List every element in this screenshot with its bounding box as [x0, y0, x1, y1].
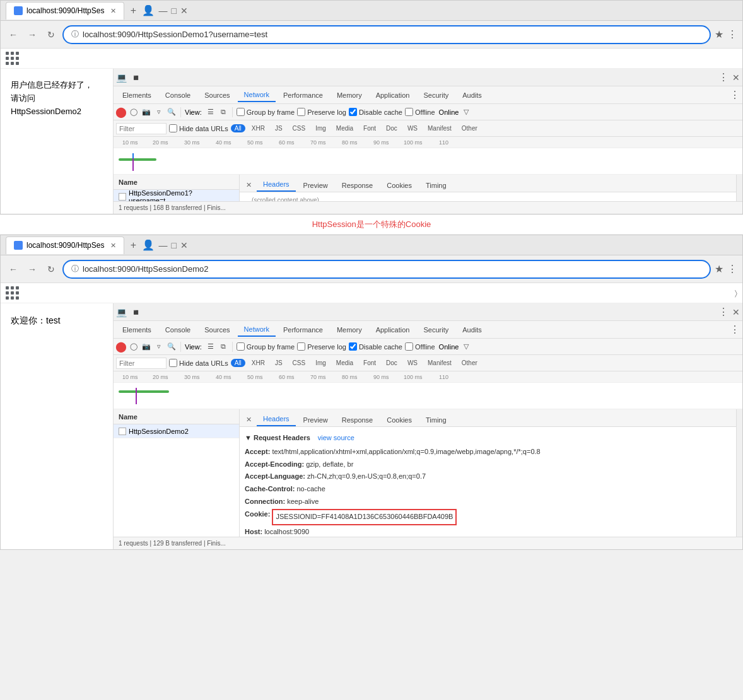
filter-media-1[interactable]: Media	[332, 124, 357, 132]
user-icon-2[interactable]: 👤	[142, 239, 155, 251]
offline-cb-1[interactable]: Offline	[405, 108, 435, 116]
headers-tab-response-2[interactable]: Response	[336, 414, 380, 426]
browser-tab-1[interactable]: localhost:9090/HttpSes ✕	[6, 2, 124, 20]
headers-tab-headers-1[interactable]: Headers	[257, 178, 296, 192]
preserve-log-cb-1[interactable]: Preserve log	[297, 108, 346, 116]
devtools-close-icon-2[interactable]: ✕	[732, 307, 740, 317]
filter-img-1[interactable]: Img	[312, 124, 330, 132]
refresh-btn-1[interactable]: ↻	[44, 27, 59, 42]
devtools-inspect-icon-1[interactable]: ◾	[131, 73, 141, 83]
filter-manifest-1[interactable]: Manifest	[424, 124, 455, 132]
headers-panel-close-1[interactable]: ✕	[242, 178, 255, 192]
back-btn-2[interactable]: ←	[6, 262, 21, 277]
network-item-2[interactable]: HttpSessionDemo2	[114, 424, 239, 438]
filter-media-2[interactable]: Media	[332, 359, 357, 367]
filter-font-2[interactable]: Font	[360, 359, 380, 367]
minimize-btn-1[interactable]: —	[158, 6, 167, 16]
filter-doc-1[interactable]: Doc	[382, 124, 401, 132]
view-list-icon-2[interactable]: ☰	[206, 342, 216, 352]
browser-tab-2[interactable]: localhost:9090/HttpSes ✕	[6, 236, 124, 254]
devtools-tabs-more-2[interactable]: ⋮	[730, 324, 740, 335]
clear-icon-2[interactable]: ◯	[129, 342, 139, 352]
group-by-frame-cb-2[interactable]: Group by frame	[237, 342, 295, 351]
filter-xhr-2[interactable]: XHR	[248, 359, 269, 367]
filter-doc-2[interactable]: Doc	[382, 359, 401, 367]
filter-js-1[interactable]: JS	[271, 124, 286, 132]
disable-cache-cb-2[interactable]: Disable cache	[349, 342, 402, 351]
tab-close-2[interactable]: ✕	[110, 242, 116, 250]
filter-font-1[interactable]: Font	[360, 124, 380, 132]
headers-tab-preview-2[interactable]: Preview	[297, 414, 334, 426]
tab-application-1[interactable]: Application	[370, 89, 416, 102]
filter-ws-2[interactable]: WS	[404, 359, 421, 367]
filter-icon-1[interactable]: ▿	[154, 107, 164, 117]
headers-tab-timing-1[interactable]: Timing	[419, 179, 453, 192]
hide-data-urls-cb-1[interactable]: Hide data URLs	[169, 124, 228, 132]
throttle-icon-1[interactable]: ▽	[461, 107, 471, 117]
filter-css-2[interactable]: CSS	[289, 359, 310, 367]
filter-all-1[interactable]: All	[231, 124, 245, 132]
record-icon-2[interactable]: ⬤	[116, 342, 126, 352]
tab-sources-1[interactable]: Sources	[198, 89, 236, 102]
filter-ws-1[interactable]: WS	[404, 124, 421, 132]
user-icon-1[interactable]: 👤	[142, 4, 155, 16]
address-bar-2[interactable]: ⓘ localhost:9090/HttpSessionDemo2	[62, 260, 711, 279]
tab-console-2[interactable]: Console	[159, 324, 197, 336]
menu-icon-2[interactable]: ⋮	[727, 263, 737, 275]
new-tab-btn-1[interactable]: +	[124, 2, 142, 20]
apps-grid-2[interactable]	[6, 286, 20, 300]
filter-icon-2[interactable]: ▿	[154, 342, 164, 352]
menu-icon-1[interactable]: ⋮	[727, 28, 737, 40]
address-bar-1[interactable]: ⓘ localhost:9090/HttpSessionDemo1?userna…	[62, 25, 711, 44]
tab-network-2[interactable]: Network	[238, 323, 276, 337]
bookmark-icon-1[interactable]: ★	[715, 28, 723, 40]
filter-js-2[interactable]: JS	[271, 359, 286, 367]
devtools-more-icon-2[interactable]: ⋮	[718, 306, 728, 318]
minimize-btn-2[interactable]: —	[158, 240, 167, 250]
filter-input-1[interactable]	[116, 123, 167, 134]
preserve-log-cb-2[interactable]: Preserve log	[297, 342, 346, 351]
bookmarks-arrow-2[interactable]: 〉	[735, 289, 737, 298]
restore-btn-1[interactable]: □	[171, 6, 176, 16]
devtools-close-icon-1[interactable]: ✕	[732, 73, 740, 83]
refresh-btn-2[interactable]: ↻	[44, 262, 59, 277]
filter-other-1[interactable]: Other	[458, 124, 481, 132]
tab-close-1[interactable]: ✕	[110, 7, 116, 15]
bookmark-icon-2[interactable]: ★	[715, 263, 723, 275]
scrollbar-2[interactable]	[736, 409, 742, 537]
hide-data-urls-cb-2[interactable]: Hide data URLs	[169, 359, 228, 367]
filter-css-1[interactable]: CSS	[289, 124, 310, 132]
devtools-tabs-more-1[interactable]: ⋮	[730, 89, 740, 101]
tab-memory-2[interactable]: Memory	[331, 324, 368, 336]
tab-sources-2[interactable]: Sources	[198, 324, 236, 336]
devtools-more-icon-1[interactable]: ⋮	[718, 71, 728, 83]
camera-icon-1[interactable]: 📷	[141, 107, 151, 117]
headers-tab-timing-2[interactable]: Timing	[419, 414, 453, 426]
network-item-1[interactable]: HttpSessionDemo1?username=t...	[114, 190, 239, 201]
group-by-frame-cb-1[interactable]: Group by frame	[237, 108, 295, 116]
tab-network-1[interactable]: Network	[238, 88, 276, 102]
filter-input-2[interactable]	[116, 358, 167, 369]
forward-btn-2[interactable]: →	[25, 262, 40, 277]
apps-grid-1[interactable]	[6, 52, 20, 66]
tab-security-1[interactable]: Security	[417, 89, 455, 102]
scrollbar-1[interactable]	[736, 175, 742, 201]
view-grid-icon-1[interactable]: ⧉	[218, 107, 228, 117]
filter-other-2[interactable]: Other	[458, 359, 481, 367]
headers-tab-cookies-2[interactable]: Cookies	[380, 414, 418, 426]
throttle-icon-2[interactable]: ▽	[461, 342, 471, 352]
tab-elements-2[interactable]: Elements	[116, 324, 158, 336]
tab-audits-1[interactable]: Audits	[456, 89, 488, 102]
camera-icon-2[interactable]: 📷	[141, 342, 151, 352]
back-btn-1[interactable]: ←	[6, 27, 21, 42]
clear-icon-1[interactable]: ◯	[129, 107, 139, 117]
tab-elements-1[interactable]: Elements	[116, 89, 158, 102]
close-btn-1[interactable]: ✕	[180, 6, 188, 16]
headers-tab-cookies-1[interactable]: Cookies	[380, 179, 418, 192]
filter-xhr-1[interactable]: XHR	[248, 124, 269, 132]
tab-console-1[interactable]: Console	[159, 89, 197, 102]
devtools-dock-icon-2[interactable]: 💻	[116, 307, 127, 317]
filter-all-2[interactable]: All	[231, 359, 245, 367]
headers-panel-close-2[interactable]: ✕	[242, 413, 255, 426]
view-source-link-2[interactable]: view source	[318, 432, 354, 445]
